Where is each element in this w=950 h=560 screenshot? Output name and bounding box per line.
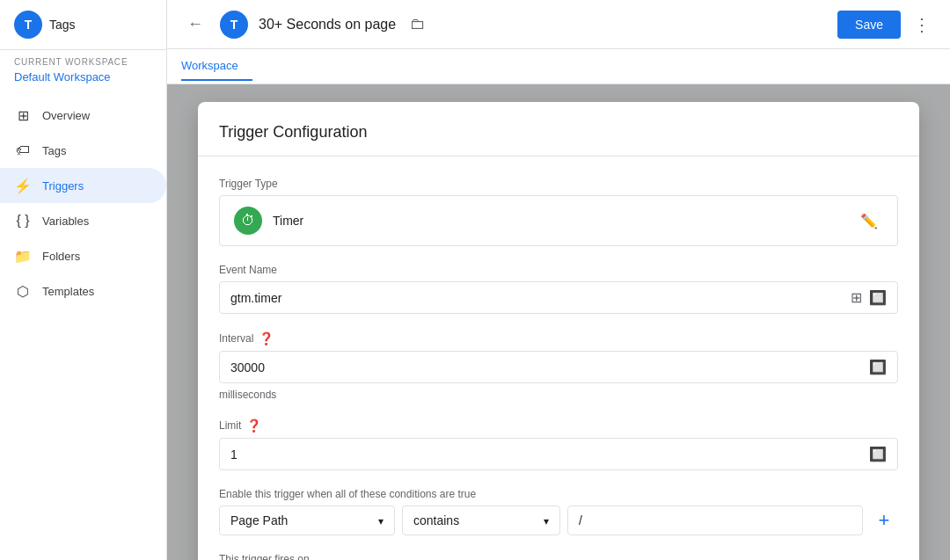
topbar-actions: Save ⋮ bbox=[837, 11, 936, 39]
topbar: ← T 30+ Seconds on page 🗀 Save ⋮ bbox=[167, 0, 950, 49]
sidebar-item-overview[interactable]: ⊞ Overview bbox=[0, 98, 166, 133]
workspace-section: Current Workspace Default Workspace bbox=[0, 50, 166, 91]
workspace-tab-bar: Workspace bbox=[167, 49, 950, 84]
sidebar-header: T Tags bbox=[0, 0, 166, 50]
sidebar-item-label-overview: Overview bbox=[42, 109, 90, 122]
more-options-button[interactable]: ⋮ bbox=[908, 11, 936, 39]
event-name-label: Event Name bbox=[219, 264, 898, 276]
sidebar-item-variables[interactable]: { } Variables bbox=[0, 203, 166, 238]
sidebar-item-triggers[interactable]: ⚡ Triggers bbox=[0, 168, 166, 203]
condition-variable-label: Page Path bbox=[230, 513, 288, 527]
limit-label-row: Limit ❓ bbox=[219, 418, 898, 433]
templates-icon: ⬡ bbox=[14, 282, 32, 300]
interval-label-row: Interval ❓ bbox=[219, 331, 898, 345]
condition-operator-label: contains bbox=[413, 513, 459, 527]
sidebar-item-tags[interactable]: 🏷 Tags bbox=[0, 133, 166, 168]
topbar-logo: T bbox=[220, 11, 248, 39]
tab-workspace[interactable]: Workspace bbox=[181, 52, 252, 81]
interval-help-icon[interactable]: ❓ bbox=[259, 331, 274, 345]
chevron-down-icon bbox=[378, 513, 384, 527]
trigger-config-modal: Trigger Configuration Trigger Type ⏱ Tim… bbox=[198, 102, 919, 560]
triggers-icon: ⚡ bbox=[14, 177, 32, 194]
event-name-field-row: ⊞ 🔲 bbox=[219, 281, 898, 314]
limit-help-icon[interactable]: ❓ bbox=[246, 418, 261, 433]
trigger-type-name: Timer bbox=[273, 214, 303, 228]
sidebar-item-label-folders: Folders bbox=[42, 250, 80, 263]
workspace-label: Current Workspace bbox=[14, 57, 152, 67]
interval-label: Interval bbox=[219, 332, 253, 345]
sidebar-item-folders[interactable]: 📁 Folders bbox=[0, 238, 166, 273]
interval-field-row: 🔲 bbox=[219, 351, 898, 383]
folders-icon: 📁 bbox=[14, 247, 32, 265]
sidebar-title: Tags bbox=[49, 18, 76, 32]
save-button[interactable]: Save bbox=[837, 11, 901, 39]
trigger-name-title: 30+ Seconds on page bbox=[259, 17, 396, 33]
interval-picker-icon[interactable]: 🔲 bbox=[869, 359, 887, 375]
condition-operator-select[interactable]: contains bbox=[402, 505, 560, 535]
sidebar-item-label-templates: Templates bbox=[42, 285, 94, 298]
modal-header: Trigger Configuration bbox=[198, 102, 919, 156]
overview-icon: ⊞ bbox=[14, 106, 32, 124]
fires-on-group: This trigger fires on All Timers Some Ti… bbox=[219, 553, 898, 560]
sidebar-logo: T bbox=[14, 11, 42, 39]
add-condition-button[interactable]: + bbox=[870, 506, 898, 535]
sidebar-item-label-tags: Tags bbox=[42, 144, 66, 157]
condition-value-input[interactable] bbox=[567, 505, 863, 535]
modal-body: Trigger Type ⏱ Timer ✏️ Event Name ⊞ 🔲 bbox=[198, 156, 919, 560]
sidebar: T Tags Current Workspace Default Workspa… bbox=[0, 0, 167, 560]
limit-label: Limit bbox=[219, 419, 241, 432]
timer-icon: ⏱ bbox=[234, 207, 262, 235]
sidebar-nav: ⊞ Overview 🏷 Tags ⚡ Triggers { } Variabl… bbox=[0, 98, 166, 309]
event-name-variable-icon[interactable]: ⊞ bbox=[851, 289, 862, 306]
event-name-input[interactable] bbox=[230, 291, 844, 305]
folder-icon: 🗀 bbox=[410, 15, 426, 33]
interval-group: Interval ❓ 🔲 milliseconds bbox=[219, 331, 898, 401]
modal-title: Trigger Configuration bbox=[219, 123, 898, 142]
tags-icon: 🏷 bbox=[14, 142, 32, 159]
sidebar-item-label-variables: Variables bbox=[42, 215, 89, 228]
modal-overlay: Trigger Configuration Trigger Type ⏱ Tim… bbox=[167, 84, 950, 560]
interval-input[interactable] bbox=[230, 360, 862, 375]
chevron-down-icon-2 bbox=[544, 513, 549, 527]
event-name-group: Event Name ⊞ 🔲 bbox=[219, 264, 898, 314]
condition-variable-select[interactable]: Page Path bbox=[219, 505, 395, 535]
trigger-type-group: Trigger Type ⏱ Timer ✏️ bbox=[219, 178, 898, 246]
trigger-type-label: Trigger Type bbox=[219, 178, 898, 190]
fires-on-label: This trigger fires on bbox=[219, 553, 898, 560]
sidebar-item-templates[interactable]: ⬡ Templates bbox=[0, 273, 166, 309]
conditions-group: Enable this trigger when all of these co… bbox=[219, 488, 898, 535]
trigger-type-box: ⏱ Timer ✏️ bbox=[219, 195, 898, 246]
milliseconds-label: milliseconds bbox=[219, 389, 898, 401]
limit-picker-icon[interactable]: 🔲 bbox=[869, 446, 887, 462]
limit-field-row: 🔲 bbox=[219, 438, 898, 470]
back-button[interactable]: ← bbox=[181, 11, 209, 39]
condition-row: Page Path contains + bbox=[219, 505, 898, 535]
trigger-type-inner: ⏱ Timer bbox=[234, 207, 303, 235]
limit-group: Limit ❓ 🔲 bbox=[219, 418, 898, 470]
edit-trigger-type-button[interactable]: ✏️ bbox=[855, 207, 883, 235]
sidebar-item-label-triggers: Triggers bbox=[42, 179, 84, 193]
conditions-label: Enable this trigger when all of these co… bbox=[219, 488, 898, 500]
event-name-picker-icon[interactable]: 🔲 bbox=[869, 289, 887, 306]
workspace-link[interactable]: Default Workspace bbox=[14, 67, 152, 87]
limit-input[interactable] bbox=[230, 447, 862, 462]
variables-icon: { } bbox=[14, 212, 32, 229]
